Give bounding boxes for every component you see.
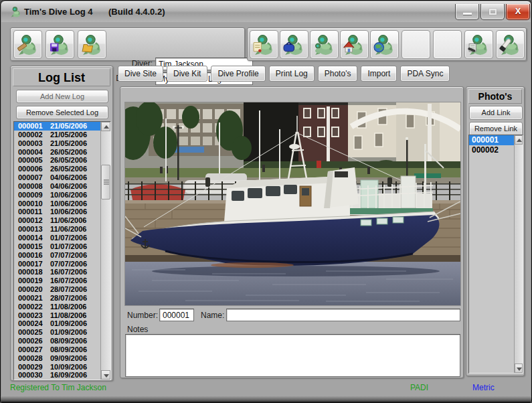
log-list-panel: Log List Add New Log Remove Selected Log…	[10, 66, 113, 381]
log-number: 000025	[18, 328, 50, 337]
log-list-scrollbar[interactable]	[100, 122, 110, 380]
log-list-row[interactable]: 000008 04/06/2006	[14, 182, 100, 191]
log-number: 000007	[18, 173, 50, 182]
name-field[interactable]	[226, 309, 460, 321]
diver-certification-icon	[253, 33, 275, 56]
window-bottom-frame	[1, 396, 531, 402]
log-date: 11/06/2006	[50, 216, 86, 225]
log-list-row[interactable]: 000029 10/09/2006	[14, 363, 100, 372]
log-list-row[interactable]: 000028 09/09/2006	[14, 354, 100, 363]
main-panel: TWISTER Number: Name: No	[120, 86, 464, 378]
minimize-button[interactable]	[455, 4, 479, 20]
log-list-row[interactable]: 000012 11/06/2006	[14, 216, 100, 225]
close-button[interactable]: X	[506, 4, 530, 20]
log-list-row[interactable]: 000022 11/08/2006	[14, 303, 100, 311]
photo-list-scrollbar[interactable]	[514, 135, 523, 373]
world-button[interactable]	[370, 30, 399, 59]
log-number: 000017	[18, 260, 50, 268]
view-tab[interactable]: Dive Kit	[167, 66, 207, 82]
registered-status: Registered To Tim Jackson	[10, 383, 106, 392]
settings-button[interactable]	[464, 30, 493, 59]
log-list-row[interactable]: 000021 28/07/2006	[14, 294, 100, 303]
dive-photo-image: TWISTER	[125, 102, 460, 305]
number-field[interactable]	[159, 309, 194, 321]
view-tab[interactable]: Dive Profile	[211, 66, 265, 82]
scroll-thumb[interactable]	[101, 165, 110, 199]
log-date: 26/05/2006	[50, 165, 87, 173]
photos-title: Photo's	[468, 89, 522, 104]
certification-button[interactable]	[250, 30, 278, 59]
kit-bag-button[interactable]	[280, 30, 308, 59]
log-number: 000027	[18, 345, 50, 354]
log-number: 000024	[18, 319, 50, 328]
log-list-row[interactable]: 000006 26/05/2006	[14, 165, 100, 173]
view-tab[interactable]: Import	[361, 66, 397, 82]
photo-number: 000002	[472, 145, 499, 155]
scroll-up-button[interactable]	[101, 122, 110, 131]
notes-field[interactable]	[125, 334, 460, 377]
log-number: 000010	[18, 199, 50, 208]
remove-link-button[interactable]: Remove Link	[469, 122, 523, 136]
units-status: Metric	[472, 383, 495, 392]
log-list-row[interactable]: 000023 11/08/2006	[14, 311, 100, 320]
app-diver-icon	[10, 6, 21, 17]
log-number: 000020	[18, 285, 50, 294]
toolbar-empty-slot-2[interactable]	[433, 30, 462, 59]
photo-list-row[interactable]: 000001	[469, 135, 514, 145]
view-tab[interactable]: Dive Site	[118, 66, 163, 82]
log-list-row[interactable]: 000025 01/09/2006	[14, 328, 100, 337]
toolbar-empty-slot-1[interactable]	[402, 30, 430, 59]
log-number: 000019	[18, 276, 50, 285]
log-list-row[interactable]: 000004 26/05/2006	[14, 148, 100, 157]
title-bar: Tim's Dive Log 4 (Build 4.4.0.2) X	[1, 1, 531, 22]
view-tab[interactable]: PDA Sync	[400, 66, 450, 82]
log-rows: 000001 21/05/2006 000002 21/05/2006 0000…	[14, 122, 100, 380]
log-list-row[interactable]: 000015 01/07/2006	[14, 242, 100, 251]
toolbar-file-panel: Diver: Database:	[10, 27, 245, 61]
buddy-button[interactable]	[310, 30, 339, 59]
dive-knife-button[interactable]	[496, 30, 525, 59]
add-new-log-button[interactable]: Add New Log	[16, 90, 108, 103]
log-list-row[interactable]: 000005 26/05/2006	[14, 156, 100, 165]
log-list-row[interactable]: 000026 08/09/2006	[14, 337, 100, 345]
log-list-row[interactable]: 000014 01/07/2006	[14, 234, 100, 242]
log-number: 000008	[18, 182, 50, 191]
save-log-button[interactable]	[46, 30, 74, 59]
scroll-down-button[interactable]	[101, 370, 110, 380]
log-date: 08/09/2006	[50, 345, 87, 354]
photo-listbox: 000001 000002	[468, 135, 523, 374]
photo-list-row[interactable]: 000002	[469, 145, 514, 155]
log-list-row[interactable]: 000007 04/06/2006	[14, 173, 100, 182]
log-list-row[interactable]: 000009 10/06/2006	[14, 191, 100, 199]
log-list-row[interactable]: 000013 11/06/2006	[14, 225, 100, 234]
log-list-row[interactable]: 000027 08/09/2006	[14, 345, 100, 354]
log-number: 000026	[18, 337, 50, 345]
close-icon: X	[507, 4, 529, 19]
log-number: 000001	[18, 122, 50, 131]
remove-selected-log-button[interactable]: Remove Selected Log	[16, 106, 108, 119]
log-list-row[interactable]: 000003 21/05/2006	[14, 139, 100, 148]
view-tab[interactable]: Photo's	[318, 66, 358, 82]
maximize-button[interactable]	[480, 4, 505, 20]
log-list-row[interactable]: 000024 01/09/2006	[14, 319, 100, 328]
view-tab[interactable]: Print Log	[269, 66, 315, 82]
log-list-row[interactable]: 000018 16/07/2006	[14, 268, 100, 276]
log-list-row[interactable]: 000030 16/09/2006	[14, 371, 100, 380]
diver-open-icon	[81, 33, 103, 56]
scroll-down-button[interactable]	[515, 364, 523, 373]
log-list-row[interactable]: 000001 21/05/2006	[14, 122, 100, 131]
photos-panel: Photo's Add Link Remove Link 000001 0000…	[466, 86, 525, 376]
log-number: 000021	[18, 294, 50, 303]
log-list-row[interactable]: 000010 10/06/2006	[14, 199, 100, 208]
dive-centre-button[interactable]	[340, 30, 369, 59]
log-list-row[interactable]: 000017 07/07/2006	[14, 260, 100, 268]
scroll-up-button[interactable]	[515, 135, 523, 145]
log-list-row[interactable]: 000016 07/07/2006	[14, 251, 100, 260]
log-list-row[interactable]: 000011 10/06/2006	[14, 208, 100, 216]
add-link-button[interactable]: Add Link	[469, 106, 523, 120]
log-list-row[interactable]: 000002 21/05/2006	[14, 131, 100, 139]
log-list-row[interactable]: 000020 28/07/2006	[14, 285, 100, 294]
log-list-row[interactable]: 000019 16/07/2006	[14, 276, 100, 285]
edit-log-button[interactable]	[13, 30, 42, 59]
open-database-button[interactable]	[78, 30, 106, 59]
